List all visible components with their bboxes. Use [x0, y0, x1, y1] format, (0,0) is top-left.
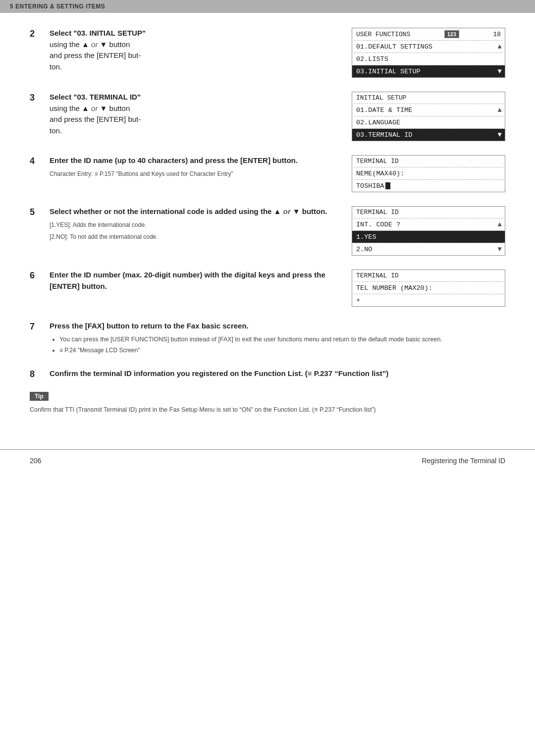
or-label-3: or — [91, 104, 98, 112]
step-3-lcd-row2-text: 02.LANGUAGE — [356, 119, 400, 126]
step-2-lcd-row2: 02.LISTS — [352, 53, 505, 65]
step-7-bullet1: You can press the [USER FUNCTIONS] butto… — [59, 335, 442, 344]
step-5-lcd: TERMINAL ID INT. CODE ? 1.YES 2.NO — [352, 206, 505, 256]
step-4-lcd-row1: NEME(MAX40): — [352, 167, 505, 179]
step-5-lcd-title: TERMINAL ID — [352, 207, 505, 218]
step-4-lcd: TERMINAL ID NEME(MAX40): TOSHIBA — [352, 155, 505, 192]
step-5-arrow-up — [498, 220, 502, 228]
step-7-bullets: You can press the [USER FUNCTIONS] butto… — [59, 335, 442, 356]
step-7-ref: ≡ P.24 "Message LCD Screen" — [59, 347, 140, 354]
step-2-lcd-page: 18 — [493, 31, 501, 38]
step-4-number: 4 — [30, 155, 50, 166]
step-4-row: 4 Enter the ID name (up to 40 characters… — [30, 155, 505, 192]
step-5-lcd-intcode-text: INT. CODE ? — [356, 221, 400, 228]
step-2-row: 2 Select "03. INITIAL SETUP" using the ▲… — [30, 28, 505, 78]
step-4-lcd-title: TERMINAL ID — [352, 156, 505, 167]
step-2-lcd-row1: 01.DEFAULT SETTINGS — [352, 41, 505, 53]
step-2-arrow-down — [498, 67, 502, 75]
step-3-number: 3 — [30, 92, 50, 103]
step-5-number: 5 — [30, 206, 50, 217]
step-4-text: Enter the ID name (up to 40 characters) … — [50, 155, 352, 178]
step-6-row: 6 Enter the ID number (max. 20-digit num… — [30, 270, 505, 307]
step-7-row: 7 Press the [FAX] button to return to th… — [30, 321, 505, 357]
step-6-lcd-title-text: TERMINAL ID — [356, 272, 399, 279]
step-2-line1: using the ▲ or ▼ button — [50, 40, 130, 49]
step-2-lcd-row2-text: 02.LISTS — [356, 55, 388, 63]
or-label-5: or — [283, 207, 291, 216]
step-3-text: Select "03. TERMINAL ID" using the ▲ or … — [50, 92, 352, 136]
step-3-lcd-row1: 01.DATE & TIME — [352, 104, 505, 116]
step-2-lcd: USER FUNCTIONS 123 18 01.DEFAULT SETTING… — [352, 28, 505, 78]
step-8-title: Confirm the terminal ID information you … — [50, 369, 388, 378]
step-5-lcd-title-text: TERMINAL ID — [356, 209, 399, 216]
step-7-number: 7 — [30, 321, 50, 332]
step-2-text: Select "03. INITIAL SETUP" using the ▲ o… — [50, 28, 352, 72]
step-3-row: 3 Select "03. TERMINAL ID" using the ▲ o… — [30, 92, 505, 141]
step-6-lcd-row1: TEL NUMBER (MAX20): — [352, 282, 505, 294]
step-4-lcd-title-text: TERMINAL ID — [356, 158, 399, 165]
step-6-title: Enter the ID number (max. 20-digit numbe… — [50, 270, 325, 290]
step-3-lcd-row2: 02.LANGUAGE — [352, 116, 505, 128]
step-5-lcd-yes-text: 1.YES — [356, 233, 376, 241]
step-2-title: Select "03. INITIAL SETUP" — [50, 29, 146, 37]
step-2-number: 2 — [30, 28, 50, 39]
step-8-number: 8 — [30, 368, 50, 379]
step-8-text: Confirm the terminal ID information you … — [50, 368, 388, 379]
step-5-lcd-no-text: 2.NO — [356, 246, 372, 253]
step-8-row: 8 Confirm the terminal ID information yo… — [30, 368, 505, 379]
step-2-lcd-title: USER FUNCTIONS 123 18 — [352, 28, 505, 40]
step-5-title: Select whether or not the international … — [50, 207, 327, 216]
step-3-arrow-down — [498, 131, 502, 139]
page-header: 5 ENTERING & SETTING ITEMS — [0, 0, 535, 13]
step-3-line1: using the ▲ or ▼ button — [50, 104, 130, 112]
step-3-lcd: INITIAL SETUP 01.DATE & TIME 02.LANGUAGE… — [352, 92, 505, 141]
step-6-number: 6 — [30, 270, 50, 281]
step-6-lcd-telnumber: TEL NUMBER (MAX20): — [356, 284, 432, 292]
step-3-lcd-title: INITIAL SETUP — [352, 92, 505, 104]
step-2-lcd-badge: 123 — [444, 30, 459, 38]
step-3-lcd-row3: 03.TERMINAL ID — [352, 129, 505, 141]
step-5-lcd-no: 2.NO — [352, 243, 505, 255]
step-4-sub: Character Entry: ≡ P.157 "Buttons and Ke… — [50, 169, 337, 178]
footer-page-title: Registering the Terminal ID — [422, 457, 505, 465]
step-4-title: Enter the ID name (up to 40 characters) … — [50, 156, 298, 164]
step-4-lcd-value: TOSHIBA — [356, 182, 384, 190]
or-label-2: or — [91, 40, 98, 49]
step-5-lcd-intcode: INT. CODE ? — [352, 218, 505, 230]
footer-page-number: 206 — [30, 457, 41, 465]
step-2-lcd-title-text: USER FUNCTIONS — [356, 31, 410, 38]
tip-section: Tip Confirm that TTI (Transmit Terminal … — [30, 391, 505, 415]
step-5-sub1: [1.YES]: Adds the international code. — [50, 220, 337, 229]
step-7-text: Press the [FAX] button to return to the … — [50, 321, 442, 357]
tip-text: Confirm that TTI (Transmit Terminal ID) … — [30, 405, 505, 415]
step-2-arrow-up — [498, 43, 502, 51]
step-4-lcd-label: NEME(MAX40): — [356, 170, 404, 177]
step-4-cursor — [385, 182, 390, 189]
step-5-sub2: [2.NO]: To not add the international cod… — [50, 232, 337, 241]
main-content: 2 Select "03. INITIAL SETUP" using the ▲… — [0, 13, 535, 430]
step-3-lcd-row1-text: 01.DATE & TIME — [356, 107, 412, 114]
step-2-lcd-row3-text: 03.INITIAL SETUP — [356, 68, 421, 75]
step-3-line2: and press the [ENTER] but-ton. — [50, 115, 141, 135]
step-6-lcd-plus-text: + — [356, 297, 360, 304]
step-7-title: Press the [FAX] button to return to the … — [50, 322, 249, 330]
header-text: 5 ENTERING & SETTING ITEMS — [10, 3, 105, 10]
step-6-lcd-title: TERMINAL ID — [352, 270, 505, 281]
step-2-line2: and press the [ENTER] but-ton. — [50, 51, 141, 71]
step-3-title: Select "03. TERMINAL ID" — [50, 93, 141, 101]
step-5-arrow-down — [498, 245, 502, 253]
step-5-lcd-yes: 1.YES — [352, 231, 505, 243]
step-5-row: 5 Select whether or not the internationa… — [30, 206, 505, 256]
step-3-lcd-row3-text: 03.TERMINAL ID — [356, 131, 412, 139]
step-5-text: Select whether or not the international … — [50, 206, 352, 241]
step-6-lcd-plus: + — [352, 294, 505, 306]
step-3-arrow-up — [498, 106, 502, 114]
tip-label: Tip — [30, 392, 49, 401]
step-3-lcd-title-text: INITIAL SETUP — [356, 94, 406, 102]
step-2-lcd-row1-text: 01.DEFAULT SETTINGS — [356, 43, 432, 51]
step-6-lcd: TERMINAL ID TEL NUMBER (MAX20): + — [352, 270, 505, 307]
step-4-lcd-row2: TOSHIBA — [352, 180, 505, 192]
page-footer: 206 Registering the Terminal ID — [0, 449, 535, 472]
step-6-text: Enter the ID number (max. 20-digit numbe… — [50, 270, 352, 292]
step-2-lcd-row3: 03.INITIAL SETUP — [352, 65, 505, 77]
